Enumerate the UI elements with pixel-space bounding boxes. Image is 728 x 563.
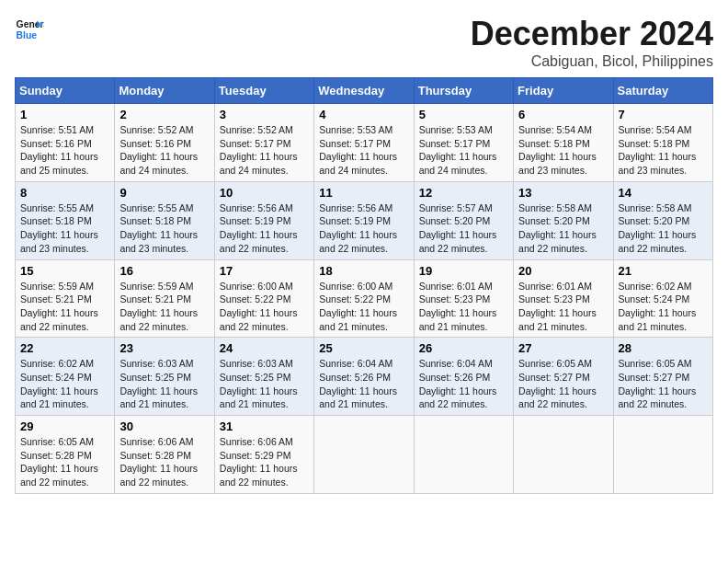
day-number: 14 (619, 186, 708, 200)
day-number: 8 (20, 186, 109, 200)
day-number: 11 (319, 186, 408, 200)
day-info: Sunrise: 5:59 AM Sunset: 5:21 PM Dayligh… (20, 280, 109, 334)
table-row: 12Sunrise: 5:57 AM Sunset: 5:20 PM Dayli… (414, 181, 513, 259)
table-row: 20Sunrise: 6:01 AM Sunset: 5:23 PM Dayli… (514, 259, 613, 338)
day-info: Sunrise: 6:04 AM Sunset: 5:26 PM Dayligh… (419, 357, 508, 411)
day-number: 23 (119, 341, 209, 355)
calendar-table: SundayMondayTuesdayWednesdayThursdayFrid… (15, 77, 713, 494)
day-number: 4 (319, 108, 408, 121)
table-row: 13Sunrise: 5:58 AM Sunset: 5:20 PM Dayli… (514, 181, 613, 259)
day-info: Sunrise: 6:01 AM Sunset: 5:23 PM Dayligh… (419, 280, 508, 334)
calendar-week-5: 29Sunrise: 6:05 AM Sunset: 5:28 PM Dayli… (16, 416, 713, 494)
table-row: 7Sunrise: 5:54 AM Sunset: 5:18 PM Daylig… (613, 104, 712, 182)
day-info: Sunrise: 6:03 AM Sunset: 5:25 PM Dayligh… (119, 357, 209, 411)
day-number: 28 (619, 341, 708, 355)
day-number: 26 (419, 341, 508, 355)
day-number: 15 (20, 264, 109, 278)
table-row: 16Sunrise: 5:59 AM Sunset: 5:21 PM Dayli… (115, 259, 214, 338)
table-row: 5Sunrise: 5:53 AM Sunset: 5:17 PM Daylig… (414, 104, 513, 182)
day-number: 6 (518, 108, 608, 121)
calendar-week-1: 1Sunrise: 5:51 AM Sunset: 5:16 PM Daylig… (16, 104, 713, 182)
table-row: 6Sunrise: 5:54 AM Sunset: 5:18 PM Daylig… (514, 104, 613, 182)
day-info: Sunrise: 5:56 AM Sunset: 5:19 PM Dayligh… (319, 201, 408, 256)
day-number: 7 (619, 108, 708, 121)
day-number: 13 (518, 186, 608, 200)
header-friday: Friday (514, 78, 613, 104)
day-info: Sunrise: 5:55 AM Sunset: 5:18 PM Dayligh… (119, 201, 209, 256)
page-header: General Blue December 2024 Cabiguan, Bic… (15, 15, 713, 70)
table-row: 15Sunrise: 5:59 AM Sunset: 5:21 PM Dayli… (16, 259, 115, 338)
day-info: Sunrise: 5:54 AM Sunset: 5:18 PM Dayligh… (518, 123, 608, 178)
day-info: Sunrise: 6:00 AM Sunset: 5:22 PM Dayligh… (220, 280, 309, 334)
header-wednesday: Wednesday (314, 78, 414, 104)
day-info: Sunrise: 5:53 AM Sunset: 5:17 PM Dayligh… (419, 123, 508, 178)
day-number: 19 (419, 264, 508, 278)
day-info: Sunrise: 6:01 AM Sunset: 5:23 PM Dayligh… (518, 280, 608, 334)
header-thursday: Thursday (414, 78, 513, 104)
day-info: Sunrise: 6:02 AM Sunset: 5:24 PM Dayligh… (20, 357, 109, 411)
day-number: 31 (220, 419, 309, 433)
table-row (514, 416, 613, 494)
table-row (314, 416, 414, 494)
table-row: 8Sunrise: 5:55 AM Sunset: 5:18 PM Daylig… (16, 181, 115, 259)
day-number: 21 (619, 264, 708, 278)
day-info: Sunrise: 5:51 AM Sunset: 5:16 PM Dayligh… (20, 123, 109, 178)
logo-icon: General Blue (15, 15, 44, 44)
day-info: Sunrise: 5:57 AM Sunset: 5:20 PM Dayligh… (419, 201, 508, 256)
day-info: Sunrise: 5:52 AM Sunset: 5:17 PM Dayligh… (220, 123, 309, 178)
table-row: 17Sunrise: 6:00 AM Sunset: 5:22 PM Dayli… (214, 259, 313, 338)
day-number: 24 (220, 341, 309, 355)
day-number: 10 (220, 186, 309, 200)
table-row (414, 416, 513, 494)
day-number: 22 (20, 341, 109, 355)
table-row: 19Sunrise: 6:01 AM Sunset: 5:23 PM Dayli… (414, 259, 513, 338)
calendar-week-2: 8Sunrise: 5:55 AM Sunset: 5:18 PM Daylig… (16, 181, 713, 259)
table-row: 1Sunrise: 5:51 AM Sunset: 5:16 PM Daylig… (16, 104, 115, 182)
table-row (613, 416, 712, 494)
day-number: 27 (518, 341, 608, 355)
page-title: December 2024 (471, 15, 713, 53)
table-row: 28Sunrise: 6:05 AM Sunset: 5:27 PM Dayli… (613, 338, 712, 416)
day-number: 17 (220, 264, 309, 278)
day-info: Sunrise: 5:59 AM Sunset: 5:21 PM Dayligh… (119, 280, 209, 334)
header-sunday: Sunday (16, 78, 115, 104)
calendar-header-row: SundayMondayTuesdayWednesdayThursdayFrid… (16, 78, 713, 104)
day-info: Sunrise: 6:03 AM Sunset: 5:25 PM Dayligh… (220, 357, 309, 411)
table-row: 29Sunrise: 6:05 AM Sunset: 5:28 PM Dayli… (16, 416, 115, 494)
table-row: 10Sunrise: 5:56 AM Sunset: 5:19 PM Dayli… (214, 181, 313, 259)
day-number: 20 (518, 264, 608, 278)
svg-text:Blue: Blue (17, 30, 38, 40)
header-tuesday: Tuesday (214, 78, 313, 104)
day-info: Sunrise: 5:52 AM Sunset: 5:16 PM Dayligh… (119, 123, 209, 178)
page-subtitle: Cabiguan, Bicol, Philippines (471, 53, 713, 70)
day-info: Sunrise: 6:05 AM Sunset: 5:27 PM Dayligh… (518, 357, 608, 411)
day-number: 5 (419, 108, 508, 121)
table-row: 2Sunrise: 5:52 AM Sunset: 5:16 PM Daylig… (115, 104, 214, 182)
day-info: Sunrise: 6:04 AM Sunset: 5:26 PM Dayligh… (319, 357, 408, 411)
table-row: 14Sunrise: 5:58 AM Sunset: 5:20 PM Dayli… (613, 181, 712, 259)
table-row: 23Sunrise: 6:03 AM Sunset: 5:25 PM Dayli… (115, 338, 214, 416)
day-number: 29 (20, 419, 109, 433)
day-number: 12 (419, 186, 508, 200)
day-info: Sunrise: 5:56 AM Sunset: 5:19 PM Dayligh… (220, 201, 309, 256)
header-saturday: Saturday (613, 78, 712, 104)
day-number: 3 (220, 108, 309, 121)
calendar-week-3: 15Sunrise: 5:59 AM Sunset: 5:21 PM Dayli… (16, 259, 713, 338)
day-number: 25 (319, 341, 408, 355)
table-row: 25Sunrise: 6:04 AM Sunset: 5:26 PM Dayli… (314, 338, 414, 416)
day-number: 18 (319, 264, 408, 278)
day-info: Sunrise: 6:00 AM Sunset: 5:22 PM Dayligh… (319, 280, 408, 334)
day-info: Sunrise: 5:53 AM Sunset: 5:17 PM Dayligh… (319, 123, 408, 178)
day-number: 9 (119, 186, 209, 200)
table-row: 9Sunrise: 5:55 AM Sunset: 5:18 PM Daylig… (115, 181, 214, 259)
table-row: 11Sunrise: 5:56 AM Sunset: 5:19 PM Dayli… (314, 181, 414, 259)
header-monday: Monday (115, 78, 214, 104)
table-row: 31Sunrise: 6:06 AM Sunset: 5:29 PM Dayli… (214, 416, 313, 494)
table-row: 18Sunrise: 6:00 AM Sunset: 5:22 PM Dayli… (314, 259, 414, 338)
table-row: 3Sunrise: 5:52 AM Sunset: 5:17 PM Daylig… (214, 104, 313, 182)
day-info: Sunrise: 5:54 AM Sunset: 5:18 PM Dayligh… (619, 123, 708, 178)
day-info: Sunrise: 6:05 AM Sunset: 5:28 PM Dayligh… (20, 435, 109, 489)
day-info: Sunrise: 6:06 AM Sunset: 5:29 PM Dayligh… (220, 435, 309, 489)
day-info: Sunrise: 5:58 AM Sunset: 5:20 PM Dayligh… (518, 201, 608, 256)
day-info: Sunrise: 6:06 AM Sunset: 5:28 PM Dayligh… (119, 435, 209, 489)
